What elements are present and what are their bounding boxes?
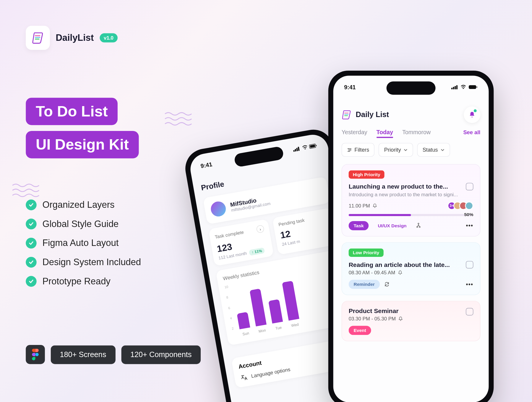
wave-decoration xyxy=(12,183,40,198)
feature-label: Figma Auto Layout xyxy=(42,238,119,249)
status-time: 9:41 xyxy=(200,161,213,169)
tag-reminder: Reminder xyxy=(349,280,380,289)
repeat-icon xyxy=(384,281,390,287)
svg-rect-1 xyxy=(293,150,295,152)
headline-line-1: To Do List xyxy=(26,98,118,125)
screens-badge: 180+ Screens xyxy=(51,345,116,364)
bell-icon xyxy=(398,270,403,275)
checkbox[interactable] xyxy=(466,308,473,315)
assignees: 3+ xyxy=(450,202,473,210)
task-desc: Introducing a new product to the market … xyxy=(349,192,473,197)
tab-yesterday[interactable]: Yesterday xyxy=(342,129,367,135)
feature-label: Design System Included xyxy=(42,257,141,268)
check-icon xyxy=(26,238,37,249)
svg-point-18 xyxy=(417,226,418,228)
tab-today[interactable]: Today xyxy=(376,129,393,135)
app-logo-icon xyxy=(342,110,352,120)
subtask-icon xyxy=(416,223,421,229)
svg-rect-2 xyxy=(295,149,296,152)
see-all-link[interactable]: See all xyxy=(463,129,480,135)
svg-point-0 xyxy=(35,353,39,356)
task-time: 11.00 PM xyxy=(349,203,370,209)
task-time: 08.30 AM - 09.45 AM xyxy=(349,270,395,275)
badge-row: 180+ Screens 120+ Components xyxy=(26,345,201,364)
bell-icon xyxy=(372,203,377,208)
svg-rect-12 xyxy=(469,85,476,89)
avatar xyxy=(210,200,227,218)
check-icon xyxy=(26,219,37,230)
phone-notch xyxy=(387,82,436,95)
feature-label: Organized Layers xyxy=(42,200,114,210)
tag-task: Task xyxy=(349,221,369,230)
version-badge: v1.0 xyxy=(100,33,118,42)
task-title: Product Seminar xyxy=(349,307,473,314)
task-card[interactable]: Product Seminar 03.30 PM - 05.30 PM Even… xyxy=(342,301,481,341)
headline: To Do List UI Design Kit xyxy=(26,98,139,158)
priority-chip[interactable]: Priority xyxy=(379,143,413,157)
svg-point-15 xyxy=(350,149,351,150)
bar: Wed xyxy=(282,281,299,321)
svg-rect-8 xyxy=(451,88,452,90)
app-title-text: Daily List xyxy=(356,110,389,119)
chevron-right-icon[interactable]: › xyxy=(256,225,265,233)
tab-tomorrow[interactable]: Tommorow xyxy=(402,129,431,135)
more-icon[interactable]: ••• xyxy=(466,222,473,229)
tag-event: Event xyxy=(349,326,371,335)
filters-chip[interactable]: Filters xyxy=(342,143,375,157)
svg-point-16 xyxy=(349,151,350,152)
priority-badge: High Priority xyxy=(349,170,385,179)
day-tabs: Yesterday Today Tommorow See all xyxy=(342,129,481,135)
app-logo xyxy=(26,26,50,50)
svg-rect-9 xyxy=(453,87,454,89)
status-time: 9:41 xyxy=(344,84,356,90)
checkbox[interactable] xyxy=(466,261,473,268)
feature-list: Organized Layers Global Style Guide Figm… xyxy=(26,200,141,287)
svg-point-14 xyxy=(348,148,349,149)
task-card[interactable]: High Priority Launching a new product to… xyxy=(342,164,481,236)
bell-icon xyxy=(398,316,403,321)
status-chip[interactable]: Status xyxy=(417,143,450,157)
task-title: Reading an article about the late... xyxy=(349,261,473,268)
svg-rect-6 xyxy=(310,145,315,148)
phone-mockup-list: 9:41 Daily List Yesterday Today xyxy=(328,71,494,402)
feature-item: Design System Included xyxy=(26,257,141,268)
stat-label: Task complete xyxy=(214,229,244,239)
chevron-down-icon xyxy=(403,148,408,152)
check-icon xyxy=(26,257,37,268)
status-icons xyxy=(451,85,478,90)
components-badge: 120+ Components xyxy=(121,345,201,364)
check-icon xyxy=(26,200,37,210)
stat-card-pending[interactable]: Pending task 12 24 Last m xyxy=(272,208,338,255)
more-icon[interactable]: ••• xyxy=(466,281,473,287)
svg-rect-13 xyxy=(477,86,477,87)
svg-rect-10 xyxy=(455,86,456,89)
phone-notch xyxy=(233,146,284,167)
bar: Tue xyxy=(268,299,283,324)
task-card[interactable]: Low Priority Reading an article about th… xyxy=(342,242,481,295)
chip-label: Filters xyxy=(354,147,369,153)
progress-pct: 50% xyxy=(349,212,473,217)
task-time: 03.30 PM - 05.30 PM xyxy=(349,316,396,322)
svg-rect-4 xyxy=(298,147,300,151)
notification-dot xyxy=(474,109,477,112)
svg-rect-7 xyxy=(316,145,317,146)
account-item-label: Language options xyxy=(251,367,291,379)
figma-icon xyxy=(26,345,45,364)
stat-card-task-complete[interactable]: Task complete› 123 112 Last month↑ 11% xyxy=(208,219,274,266)
feature-label: Prototype Ready xyxy=(42,276,110,287)
check-icon xyxy=(26,276,37,287)
stat-label: Pending task xyxy=(278,218,305,227)
checkbox[interactable] xyxy=(466,183,473,190)
task-title: Launching a new product to the... xyxy=(349,183,473,190)
app-title: Daily List xyxy=(342,110,389,120)
headline-line-2: UI Design Kit xyxy=(26,131,139,158)
feature-item: Organized Layers xyxy=(26,200,141,210)
svg-point-19 xyxy=(419,226,421,228)
bar: Sun xyxy=(237,312,250,329)
brand-row: DailyList v1.0 xyxy=(26,26,118,50)
feature-item: Global Style Guide xyxy=(26,219,141,230)
svg-rect-11 xyxy=(456,85,458,89)
bar: Mon xyxy=(249,288,266,326)
notification-button[interactable] xyxy=(464,106,480,123)
sliders-icon xyxy=(347,147,352,152)
